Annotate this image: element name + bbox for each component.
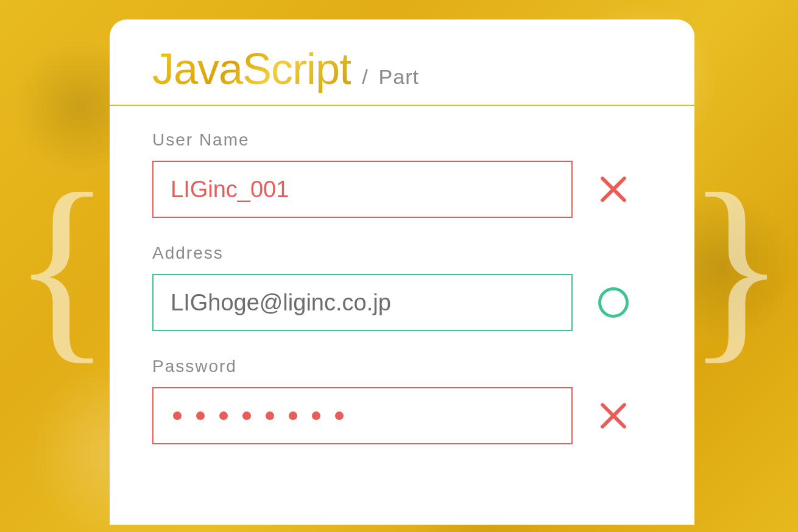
password-dot [266,411,274,420]
password-dots [171,411,344,420]
address-row [152,274,652,331]
password-label: Password [152,357,652,376]
title-javascript: JavaScript [152,44,351,94]
password-dot [289,411,297,420]
brace-right-icon: } [687,163,786,369]
password-dot [312,411,320,420]
address-input[interactable] [152,274,573,331]
title-part: Part [379,65,419,89]
address-label: Address [152,243,652,263]
brace-left-icon: { [12,163,111,369]
error-icon [597,173,630,206]
field-address: Address [152,243,652,331]
username-row [152,161,652,218]
password-dot [219,411,228,420]
password-dot [242,411,251,420]
field-username: User Name [152,130,652,218]
title-slash: / [362,65,367,89]
username-input[interactable] [152,161,573,218]
svg-point-0 [600,289,627,317]
username-label: User Name [152,130,652,150]
error-icon [597,399,630,432]
password-row [152,387,652,444]
form: User Name Address Password [110,106,694,444]
success-icon [597,286,630,319]
password-dot [335,411,344,420]
field-password: Password [152,357,652,444]
password-input[interactable] [152,387,573,444]
form-card: JavaScript / Part User Name Address [110,19,694,525]
password-dot [173,411,182,420]
card-header: JavaScript / Part [110,44,694,106]
password-dot [196,411,205,420]
